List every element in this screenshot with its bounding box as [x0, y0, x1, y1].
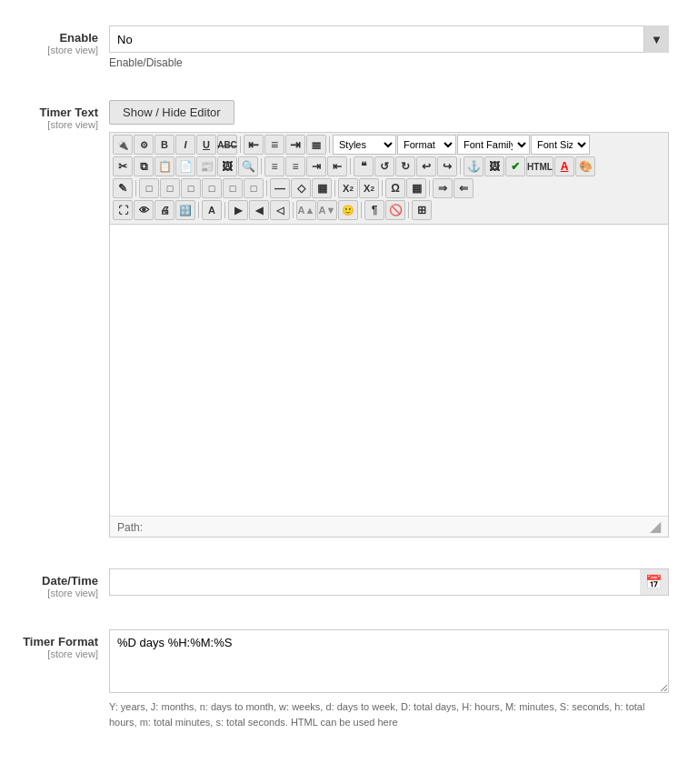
- tb-align-center-btn[interactable]: ≡: [264, 135, 284, 155]
- editor-path-bar: Path: ◢: [110, 516, 668, 537]
- tb-indent-btn[interactable]: ⇥: [306, 156, 326, 176]
- tb-anchor-btn[interactable]: ⚓: [464, 156, 484, 176]
- tb-font-btn[interactable]: A: [202, 200, 222, 220]
- toolbar-sep-14: [361, 202, 362, 218]
- datetime-label: Date/Time [store view]: [9, 568, 109, 598]
- datetime-row: Date/Time [store view] 📅: [9, 561, 669, 606]
- timer-text-label: Timer Text [store view]: [9, 100, 109, 130]
- tb-image2-btn[interactable]: 🖼: [484, 156, 504, 176]
- tb-paste-word-btn[interactable]: 📰: [196, 156, 216, 176]
- tb-undo2-btn[interactable]: ↩: [416, 156, 436, 176]
- tb-print-btn[interactable]: 🖨: [155, 200, 174, 220]
- tb-hr-btn[interactable]: —: [270, 178, 290, 198]
- tb-template5-btn[interactable]: □: [223, 178, 243, 198]
- tb-list-ol-btn[interactable]: ≡: [285, 156, 305, 176]
- tb-blockquote-btn[interactable]: ❝: [354, 156, 374, 176]
- tb-image-btn[interactable]: 🖼: [217, 156, 237, 176]
- tb-paste-btn[interactable]: 📋: [155, 156, 174, 176]
- tb-font-family-select[interactable]: Font Family: [457, 135, 530, 155]
- tb-next-btn[interactable]: ▶: [228, 200, 248, 220]
- tb-bold-btn[interactable]: B: [155, 135, 174, 155]
- tb-paragraph-btn[interactable]: ¶: [364, 200, 384, 220]
- tb-align-justify-btn[interactable]: ≣: [306, 135, 326, 155]
- toolbar-sep-11: [198, 202, 199, 218]
- show-hide-editor-button[interactable]: Show / Hide Editor: [109, 100, 234, 125]
- tb-strikethrough-btn[interactable]: ABC: [217, 135, 237, 155]
- tb-html-btn[interactable]: HTML: [526, 156, 553, 176]
- tb-highlight-btn[interactable]: 🎨: [575, 156, 595, 176]
- enable-control: No Yes ▼ Enable/Disable: [109, 25, 669, 69]
- calendar-icon-button[interactable]: 📅: [640, 568, 669, 596]
- tb-font-size-select[interactable]: Font Size: [531, 135, 590, 155]
- tb-check-btn[interactable]: ✔: [505, 156, 525, 176]
- tb-edit-btn[interactable]: ✎: [113, 178, 133, 198]
- tb-italic-btn[interactable]: I: [175, 135, 195, 155]
- tb-widget-btn[interactable]: 🚫: [385, 200, 405, 220]
- toolbar-sep-12: [224, 202, 225, 218]
- tb-subscript-btn[interactable]: X2: [338, 178, 358, 198]
- toolbar-sep-3: [261, 158, 262, 175]
- editor-content-area[interactable]: [110, 225, 668, 516]
- tb-format-select[interactable]: Format: [397, 135, 456, 155]
- tb-spellcheck-btn[interactable]: 🔡: [175, 200, 195, 220]
- toolbar-sep-4: [350, 158, 351, 175]
- enable-caption: Enable/Disable: [109, 56, 669, 69]
- toolbar-row-3: ✎ □ □ □ □ □ □ — ◇ ▦ X2 X2: [113, 178, 665, 198]
- tb-styles-select[interactable]: Styles: [333, 135, 396, 155]
- calendar-icon: 📅: [645, 574, 663, 590]
- tb-font-down-btn[interactable]: A▼: [317, 200, 337, 220]
- tb-template4-btn[interactable]: □: [202, 178, 222, 198]
- tb-redo-btn[interactable]: ↻: [395, 156, 415, 176]
- tb-font-color-btn[interactable]: A: [554, 156, 574, 176]
- tb-paste-text-btn[interactable]: 📄: [175, 156, 195, 176]
- timer-text-row: Timer Text [store view] Show / Hide Edit…: [9, 93, 669, 545]
- tb-emoticons-btn[interactable]: 🙂: [338, 200, 358, 220]
- tb-template6-btn[interactable]: □: [244, 178, 264, 198]
- tb-preview-btn[interactable]: 👁: [134, 200, 154, 220]
- tb-rtl-btn[interactable]: ⇐: [454, 178, 474, 198]
- editor-resize-handle[interactable]: ◢: [650, 519, 661, 534]
- toolbar-sep-10: [429, 180, 430, 196]
- tb-find-btn[interactable]: 🔍: [238, 156, 258, 176]
- timer-text-control: Show / Hide Editor 🔌 ⚙ B I U ABC ⇤ ≡: [109, 100, 669, 538]
- tb-back-btn[interactable]: ◁: [270, 200, 290, 220]
- tb-media-btn[interactable]: ▦: [406, 178, 426, 198]
- enable-select[interactable]: No Yes: [109, 25, 669, 53]
- tb-font-up-btn[interactable]: A▲: [296, 200, 316, 220]
- tb-fullscreen-btn[interactable]: ⛶: [113, 200, 133, 220]
- timer-format-help: Y: years, J: months, n: days to month, w…: [109, 699, 669, 729]
- toolbar-row-2: ✂ ⧉ 📋 📄 📰 🖼 🔍 ≡ ≡ ⇥ ⇤ ❝ ↺: [113, 156, 665, 176]
- tb-table2-btn[interactable]: ⊞: [412, 200, 432, 220]
- tb-align-left-btn[interactable]: ⇤: [244, 135, 264, 155]
- toolbar-sep-8: [334, 180, 335, 196]
- timer-format-control: Y: years, J: months, n: days to month, w…: [109, 629, 669, 729]
- tb-plugin-btn[interactable]: 🔌: [113, 135, 133, 155]
- datetime-input[interactable]: [109, 568, 669, 596]
- tb-prev-btn[interactable]: ◀: [249, 200, 269, 220]
- tb-outdent-btn[interactable]: ⇤: [327, 156, 347, 176]
- tb-template-btn[interactable]: □: [139, 178, 159, 198]
- tb-special-char-btn[interactable]: ◇: [291, 178, 311, 198]
- tb-template3-btn[interactable]: □: [181, 178, 201, 198]
- toolbar-sep-15: [408, 202, 409, 218]
- tb-list-ul-btn[interactable]: ≡: [264, 156, 284, 176]
- tb-copy-btn[interactable]: ⧉: [134, 156, 154, 176]
- tb-cut-btn[interactable]: ✂: [113, 156, 133, 176]
- tb-table-btn[interactable]: ▦: [312, 178, 332, 198]
- tb-plugin2-btn[interactable]: ⚙: [134, 135, 154, 155]
- tb-template2-btn[interactable]: □: [160, 178, 180, 198]
- datetime-control: 📅: [109, 568, 669, 596]
- tb-redo2-btn[interactable]: ↪: [437, 156, 457, 176]
- tb-superscript-btn[interactable]: X2: [359, 178, 379, 198]
- tb-omega-btn[interactable]: Ω: [385, 178, 405, 198]
- toolbar-sep-13: [293, 202, 294, 218]
- toolbar-sep-6: [135, 180, 136, 196]
- tb-align-right-btn[interactable]: ⇥: [285, 135, 305, 155]
- editor-toolbar: 🔌 ⚙ B I U ABC ⇤ ≡ ⇥ ≣ Styles: [110, 133, 668, 225]
- timer-format-textarea[interactable]: [109, 629, 669, 693]
- tb-undo-btn[interactable]: ↺: [374, 156, 394, 176]
- enable-select-wrapper: No Yes ▼: [109, 25, 669, 53]
- tb-ltr-btn[interactable]: ⇒: [433, 178, 453, 198]
- toolbar-sep-9: [382, 180, 383, 196]
- tb-underline-btn[interactable]: U: [196, 135, 216, 155]
